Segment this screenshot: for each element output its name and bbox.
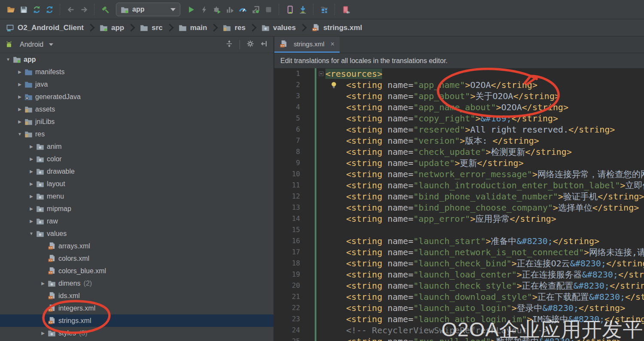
tree-item-values[interactable]: ▼values xyxy=(0,227,273,240)
toolbar-button-sync-project[interactable] xyxy=(30,3,43,16)
tree-item-colors_blue.xml[interactable]: <>colors_blue.xml xyxy=(0,265,273,277)
chevron-expanded-icon[interactable]: ▼ xyxy=(27,231,36,236)
tree-item-mipmap[interactable]: ▶mipmap xyxy=(0,202,273,215)
code-line[interactable]: 8 <string name="check_update">检测更新</stri… xyxy=(274,146,644,157)
folder-lines-icon xyxy=(24,118,35,126)
chevron-collapsed-icon[interactable]: ▶ xyxy=(27,206,36,211)
close-icon[interactable]: × xyxy=(331,40,334,48)
toolbar-button-sdk-manager[interactable] xyxy=(296,3,309,16)
tree-item-assets[interactable]: ▶assets xyxy=(0,103,273,115)
code-line[interactable]: 20 <string name="launch_check_style">正在检… xyxy=(274,280,644,291)
chevron-collapsed-icon[interactable]: ▶ xyxy=(27,219,36,223)
toolbar-button-run[interactable] xyxy=(185,3,197,16)
tree-item-anim[interactable]: ▶anim xyxy=(0,140,273,153)
tree-item-integers.xml[interactable]: <>integers.xml xyxy=(0,302,273,314)
chevron-collapsed-icon[interactable]: ▶ xyxy=(15,82,24,87)
chevron-collapsed-icon[interactable]: ▶ xyxy=(15,107,24,112)
panel-button-hide-panel[interactable] xyxy=(261,40,268,49)
code-line[interactable]: 1<resources> xyxy=(274,68,644,79)
toolbar-button-forward[interactable] xyxy=(77,3,90,16)
breadcrumb-item-res[interactable]: res xyxy=(222,24,246,32)
tab-strings-xml[interactable]: <> strings.xml × xyxy=(274,36,340,53)
tree-item-color[interactable]: ▶color xyxy=(0,153,273,165)
toolbar-button-debug[interactable] xyxy=(210,3,223,16)
code-line[interactable]: 16 <string name="launch_start">准备中&#8230… xyxy=(274,235,644,247)
toolbar-button-refresh[interactable] xyxy=(43,3,56,16)
code-line[interactable]: 17 <string name="launch_network_is_not_c… xyxy=(274,247,644,258)
chevron-collapsed-icon[interactable]: ▶ xyxy=(27,194,36,199)
code-line[interactable]: 13 <string name="bind_phone_choose_compa… xyxy=(274,202,644,213)
toolbar-button-back[interactable] xyxy=(64,3,77,16)
tree-item-generatedJava[interactable]: ▶generatedJava xyxy=(0,91,273,103)
toolbar-button-build-hammer[interactable] xyxy=(99,3,112,16)
folder-res-icon xyxy=(36,192,47,200)
tree-item-drawable[interactable]: ▶drawable xyxy=(0,165,273,178)
code-line[interactable]: 4 <string name="app_name_about">O2OA</st… xyxy=(274,102,644,113)
toolbar-button-save[interactable] xyxy=(17,3,30,16)
tree-item-styles[interactable]: ▶styles(3) xyxy=(0,327,273,339)
toolbar-button-attach-debugger[interactable] xyxy=(249,3,262,16)
tree-item-arrays.xml[interactable]: <>arrays.xml xyxy=(0,240,273,252)
chevron-collapsed-icon[interactable]: ▶ xyxy=(15,119,24,124)
chevron-collapsed-icon[interactable]: ▶ xyxy=(38,281,48,286)
code-line[interactable]: 18 <string name="launch_check_bind">正在连接… xyxy=(274,258,644,269)
toolbar-button-logcat[interactable] xyxy=(339,3,352,16)
breadcrumb-item-values[interactable]: values xyxy=(261,24,297,32)
code-line[interactable]: 11 <string name="launch_introduction_ent… xyxy=(274,180,644,191)
tree-item-app[interactable]: ▼app xyxy=(0,53,273,66)
tree-item-jniLibs[interactable]: ▶jniLibs xyxy=(0,115,273,128)
code-line[interactable]: 15 xyxy=(274,224,644,235)
fold-marker-icon[interactable] xyxy=(318,68,324,79)
panel-button-collapse-all[interactable] xyxy=(225,40,233,49)
tree-item-colors.xml[interactable]: <>colors.xml xyxy=(0,252,273,265)
tree-item-ids.xml[interactable]: <>ids.xml xyxy=(0,290,273,302)
line-number: 17 xyxy=(274,247,300,258)
code-line[interactable]: 22 <string name="launch_auto_login">登录中&… xyxy=(274,302,644,314)
toolbar-button-profile-run[interactable] xyxy=(223,3,236,16)
code-line[interactable]: 12 <string name="bind_phone_validate_num… xyxy=(274,191,644,202)
code-editor[interactable]: 1<resources>2 <string name="app_name">O2… xyxy=(274,68,644,341)
project-view-selector[interactable]: Android xyxy=(20,41,43,48)
chevron-collapsed-icon[interactable]: ▶ xyxy=(27,157,36,161)
code-line[interactable]: 19 <string name="launch_load_center">正在连… xyxy=(274,269,644,280)
panel-button-settings-gear[interactable] xyxy=(246,40,254,49)
chevron-collapsed-icon[interactable]: ▶ xyxy=(27,169,36,174)
tree-item-strings.xml[interactable]: <>strings.xml xyxy=(0,314,273,327)
tree-item-dimens[interactable]: ▶dimens(2) xyxy=(0,277,273,290)
chevron-down-icon[interactable] xyxy=(49,43,53,46)
toolbar-button-device-manager[interactable] xyxy=(283,3,296,16)
toolbar-button-apply-changes[interactable] xyxy=(197,3,210,16)
breadcrumb-item-O2_Android_Client[interactable]: O2_Android_Client xyxy=(5,24,85,32)
run-configuration-select[interactable]: app xyxy=(116,3,180,16)
chevron-collapsed-icon[interactable]: ▶ xyxy=(27,144,36,149)
breadcrumb-item-strings.xml[interactable]: <>strings.xml xyxy=(311,24,363,32)
toolbar-button-stop[interactable] xyxy=(262,3,275,16)
code-line[interactable]: 21 <string name="launch_download_style">… xyxy=(274,291,644,302)
breadcrumb-item-src[interactable]: src xyxy=(139,24,164,32)
code-line[interactable]: 5 <string name="copy_right">&#169;</stri… xyxy=(274,113,644,124)
toolbar-button-open-folder[interactable] xyxy=(4,3,17,16)
chevron-expanded-icon[interactable]: ▼ xyxy=(15,132,24,136)
tree-item-manifests[interactable]: ▶manifests xyxy=(0,66,273,78)
tree-item-raw[interactable]: ▶raw xyxy=(0,215,273,227)
toolbar-button-project-structure[interactable] xyxy=(318,3,331,16)
code-line[interactable]: 9 <string name="update">更新</string> xyxy=(274,157,644,169)
breadcrumb-item-app[interactable]: app xyxy=(99,24,125,32)
code-line[interactable]: 7 <string name="version">版本: </string> xyxy=(274,135,644,146)
chevron-collapsed-icon[interactable]: ▶ xyxy=(38,331,48,335)
code-line[interactable]: 3 <string name="app_about">关于O2OA</strin… xyxy=(274,91,644,102)
code-line[interactable]: 10 <string name="network_error_message">… xyxy=(274,169,644,180)
tree-item-layout[interactable]: ▶layout xyxy=(0,178,273,190)
chevron-collapsed-icon[interactable]: ▶ xyxy=(15,94,24,99)
chevron-collapsed-icon[interactable]: ▶ xyxy=(27,181,36,186)
tree-item-java[interactable]: ▶java xyxy=(0,78,273,91)
breadcrumb-item-main[interactable]: main xyxy=(178,24,208,32)
tree-item-res[interactable]: ▼res xyxy=(0,128,273,140)
toolbar-button-profiler[interactable] xyxy=(236,3,249,16)
chevron-collapsed-icon[interactable]: ▶ xyxy=(15,69,24,74)
code-line[interactable]: 6 <string name="reserved">All right rese… xyxy=(274,124,644,135)
tree-item-menu[interactable]: ▶menu xyxy=(0,190,273,202)
intention-lightbulb-icon[interactable] xyxy=(330,81,338,92)
chevron-expanded-icon[interactable]: ▼ xyxy=(3,57,13,62)
code-line[interactable]: 14 <string name="app_error">应用异常</string… xyxy=(274,213,644,224)
